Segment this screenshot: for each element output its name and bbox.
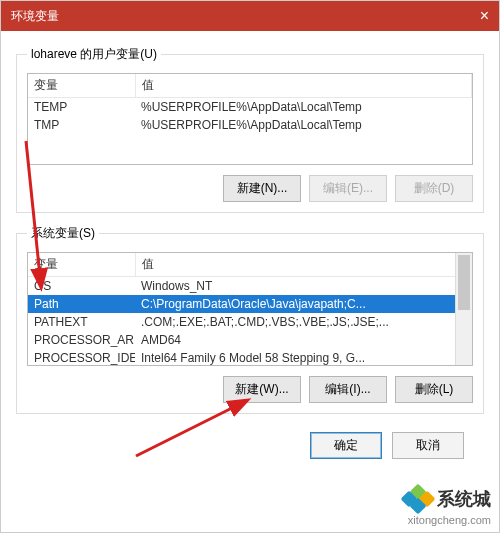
col-header-name: 变量 [28, 74, 136, 97]
close-icon[interactable]: × [449, 7, 489, 25]
col-header-value: 值 [136, 74, 472, 97]
content-area: lohareve 的用户变量(U) 变量 值 TEMP %USERPROFILE… [1, 31, 499, 469]
delete-sys-var-button[interactable]: 删除(L) [395, 376, 473, 403]
new-user-var-button[interactable]: 新建(N)... [223, 175, 301, 202]
system-variables-group: 系统变量(S) 变量 值 OS Windows_NT Path C:\Progr… [16, 225, 484, 414]
table-row[interactable]: TEMP %USERPROFILE%\AppData\Local\Temp [28, 98, 472, 116]
watermark-url: xitongcheng.com [403, 514, 491, 526]
system-buttons: 新建(W)... 编辑(I)... 删除(L) [27, 376, 473, 403]
delete-user-var-button[interactable]: 删除(D) [395, 175, 473, 202]
table-row[interactable]: PROCESSOR_IDE... Intel64 Family 6 Model … [28, 349, 472, 366]
scrollbar-thumb[interactable] [458, 255, 470, 310]
table-row[interactable]: OS Windows_NT [28, 277, 472, 295]
scrollbar[interactable] [455, 253, 472, 365]
col-header-name: 变量 [28, 253, 136, 276]
table-row[interactable]: PATHEXT .COM;.EXE;.BAT;.CMD;.VBS;.VBE;.J… [28, 313, 472, 331]
window-title: 环境变量 [11, 8, 59, 25]
logo-icon [403, 486, 433, 512]
col-header-value: 值 [136, 253, 472, 276]
edit-user-var-button[interactable]: 编辑(E)... [309, 175, 387, 202]
user-variables-table[interactable]: 变量 值 TEMP %USERPROFILE%\AppData\Local\Te… [27, 73, 473, 165]
dialog-buttons: 确定 取消 [16, 426, 484, 459]
table-header: 变量 值 [28, 253, 472, 277]
watermark-brand: 系统城 [437, 487, 491, 511]
table-row[interactable]: PROCESSOR_AR... AMD64 [28, 331, 472, 349]
table-row[interactable]: Path C:\ProgramData\Oracle\Java\javapath… [28, 295, 472, 313]
table-header: 变量 值 [28, 74, 472, 98]
new-sys-var-button[interactable]: 新建(W)... [223, 376, 301, 403]
ok-button[interactable]: 确定 [310, 432, 382, 459]
user-buttons: 新建(N)... 编辑(E)... 删除(D) [27, 175, 473, 202]
watermark: 系统城 xitongcheng.com [403, 486, 491, 526]
table-row[interactable]: TMP %USERPROFILE%\AppData\Local\Temp [28, 116, 472, 134]
edit-sys-var-button[interactable]: 编辑(I)... [309, 376, 387, 403]
cancel-button[interactable]: 取消 [392, 432, 464, 459]
watermark-logo: 系统城 [403, 486, 491, 512]
user-variables-legend: lohareve 的用户变量(U) [27, 46, 161, 63]
system-variables-table[interactable]: 变量 值 OS Windows_NT Path C:\ProgramData\O… [27, 252, 473, 366]
user-variables-group: lohareve 的用户变量(U) 变量 值 TEMP %USERPROFILE… [16, 46, 484, 213]
titlebar: 环境变量 × [1, 1, 499, 31]
system-variables-legend: 系统变量(S) [27, 225, 99, 242]
